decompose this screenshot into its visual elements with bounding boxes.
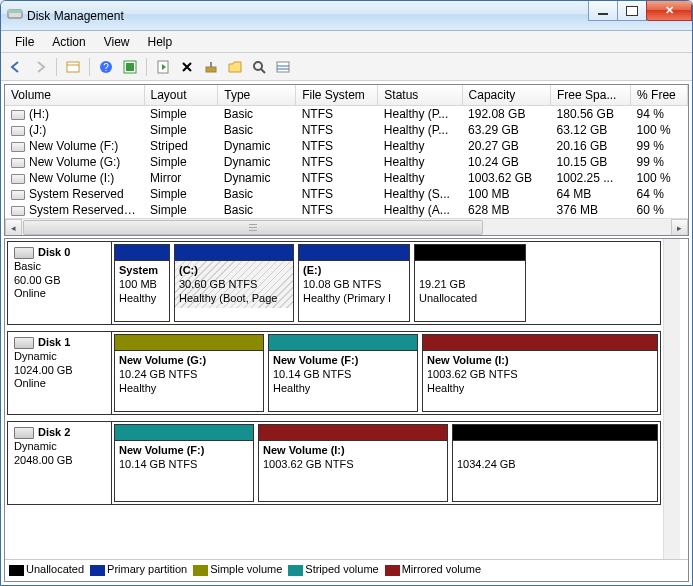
vol-name: (J:): [29, 123, 46, 137]
table-row[interactable]: (J:)SimpleBasicNTFSHealthy (P...63.29 GB…: [5, 122, 688, 138]
vol-type: Dynamic: [218, 170, 296, 186]
partition-size: 30.60 GB NTFS: [179, 278, 289, 292]
partition-body: New Volume (I:)1003.62 GB NTFS: [259, 441, 447, 475]
partition-color-bar: [453, 425, 657, 441]
svg-text:?: ?: [103, 62, 109, 73]
forward-button[interactable]: [29, 56, 51, 78]
menu-view[interactable]: View: [96, 33, 138, 51]
vol-capacity: 628 MB: [462, 202, 550, 218]
partition-size: 10.24 GB NTFS: [119, 368, 259, 382]
disk-info: Disk 2Dynamic2048.00 GB: [8, 422, 112, 504]
table-row[interactable]: New Volume (I:)MirrorDynamicNTFSHealthy1…: [5, 170, 688, 186]
search-icon[interactable]: [248, 56, 270, 78]
scroll-right-button[interactable]: ▸: [671, 219, 688, 236]
settings-icon[interactable]: [200, 56, 222, 78]
scroll-thumb[interactable]: [23, 220, 483, 235]
minimize-button[interactable]: [588, 1, 618, 21]
partition-label: (E:): [303, 264, 405, 278]
partition[interactable]: New Volume (F:)10.14 GB NTFSHealthy: [268, 334, 418, 412]
vol-layout: Simple: [144, 122, 218, 138]
maximize-button[interactable]: [617, 1, 647, 21]
scroll-left-button[interactable]: ◂: [5, 219, 22, 236]
vol-status: Healthy (A...: [378, 202, 462, 218]
partition-size: 1034.24 GB: [457, 458, 653, 472]
properties-icon[interactable]: [62, 56, 84, 78]
folder-open-icon[interactable]: [224, 56, 246, 78]
content: Volume Layout Type File System Status Ca…: [1, 81, 692, 585]
partition[interactable]: New Volume (G:)10.24 GB NTFSHealthy: [114, 334, 264, 412]
vol-fs: NTFS: [296, 186, 378, 202]
partition-body: (C:)30.60 GB NTFSHealthy (Boot, Page: [175, 261, 293, 308]
delete-icon[interactable]: [176, 56, 198, 78]
disk-row[interactable]: Disk 2Dynamic2048.00 GBNew Volume (F:)10…: [7, 421, 661, 505]
vol-name: New Volume (I:): [29, 171, 114, 185]
svg-rect-9: [206, 67, 216, 72]
disk-state: Online: [14, 377, 105, 391]
vol-fs: NTFS: [296, 202, 378, 218]
partition-color-bar: [259, 425, 447, 441]
legend-label: Simple volume: [210, 563, 282, 575]
table-row[interactable]: (H:)SimpleBasicNTFSHealthy (P...192.08 G…: [5, 106, 688, 123]
col-layout[interactable]: Layout: [144, 85, 218, 106]
disk-map-list[interactable]: Disk 0Basic60.00 GBOnlineSystem100 MBHea…: [5, 239, 663, 559]
col-status[interactable]: Status: [378, 85, 462, 106]
table-row[interactable]: New Volume (G:)SimpleDynamicNTFSHealthy1…: [5, 154, 688, 170]
app-icon: [7, 6, 23, 25]
col-volume[interactable]: Volume: [5, 85, 144, 106]
volume-table[interactable]: Volume Layout Type File System Status Ca…: [5, 85, 688, 218]
col-filesystem[interactable]: File System: [296, 85, 378, 106]
legend-item: Simple volume: [193, 563, 282, 576]
col-freespace[interactable]: Free Spa...: [551, 85, 631, 106]
horizontal-scrollbar[interactable]: ◂ ▸: [5, 218, 688, 235]
vol-capacity: 100 MB: [462, 186, 550, 202]
disk-name: Disk 2: [38, 426, 70, 438]
refresh-icon[interactable]: [152, 56, 174, 78]
partition[interactable]: New Volume (I:)1003.62 GB NTFSHealthy: [422, 334, 658, 412]
partition[interactable]: 19.21 GBUnallocated: [414, 244, 526, 322]
vertical-scrollbar[interactable]: [663, 239, 680, 559]
legend-label: Mirrored volume: [402, 563, 481, 575]
vol-pct: 64 %: [631, 186, 688, 202]
close-button[interactable]: [646, 1, 692, 21]
partition-status: Healthy: [119, 382, 259, 396]
partition[interactable]: 1034.24 GB: [452, 424, 658, 502]
partition[interactable]: System100 MBHealthy: [114, 244, 170, 322]
disk-info: Disk 1Dynamic1024.00 GBOnline: [8, 332, 112, 414]
vol-free: 376 MB: [551, 202, 631, 218]
vol-free: 64 MB: [551, 186, 631, 202]
vol-free: 20.16 GB: [551, 138, 631, 154]
partition-size: 19.21 GB: [419, 278, 521, 292]
back-button[interactable]: [5, 56, 27, 78]
partition[interactable]: (E:)10.08 GB NTFSHealthy (Primary I: [298, 244, 410, 322]
table-row[interactable]: System ReservedSimpleBasicNTFSHealthy (S…: [5, 186, 688, 202]
partition-group: New Volume (F:)10.14 GB NTFSNew Volume (…: [112, 422, 660, 504]
disk-row[interactable]: Disk 0Basic60.00 GBOnlineSystem100 MBHea…: [7, 241, 661, 325]
help-icon[interactable]: ?: [95, 56, 117, 78]
table-row[interactable]: New Volume (F:)StripedDynamicNTFSHealthy…: [5, 138, 688, 154]
partition[interactable]: (C:)30.60 GB NTFSHealthy (Boot, Page: [174, 244, 294, 322]
legend-item: Unallocated: [9, 563, 84, 576]
titlebar[interactable]: Disk Management: [1, 1, 692, 31]
vol-name: New Volume (G:): [29, 155, 120, 169]
menu-action[interactable]: Action: [44, 33, 93, 51]
partition-status: Unallocated: [419, 292, 521, 306]
partition[interactable]: New Volume (F:)10.14 GB NTFS: [114, 424, 254, 502]
volume-icon: [11, 174, 25, 184]
window-title: Disk Management: [27, 9, 124, 23]
col-type[interactable]: Type: [218, 85, 296, 106]
partition-color-bar: [415, 245, 525, 261]
legend-item: Mirrored volume: [385, 563, 481, 576]
col-pctfree[interactable]: % Free: [631, 85, 688, 106]
table-row[interactable]: System Reserved (...SimpleBasicNTFSHealt…: [5, 202, 688, 218]
partition-size: 1003.62 GB NTFS: [427, 368, 653, 382]
partition[interactable]: New Volume (I:)1003.62 GB NTFS: [258, 424, 448, 502]
col-capacity[interactable]: Capacity: [462, 85, 550, 106]
disk-name: Disk 0: [38, 246, 70, 258]
view-icon[interactable]: [119, 56, 141, 78]
vol-fs: NTFS: [296, 170, 378, 186]
disk-row[interactable]: Disk 1Dynamic1024.00 GBOnlineNew Volume …: [7, 331, 661, 415]
partition-color-bar: [269, 335, 417, 351]
list-icon[interactable]: [272, 56, 294, 78]
menu-help[interactable]: Help: [140, 33, 181, 51]
menu-file[interactable]: File: [7, 33, 42, 51]
